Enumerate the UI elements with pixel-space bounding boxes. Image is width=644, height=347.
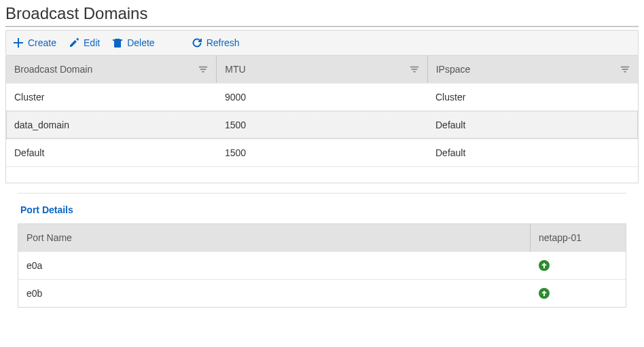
filter-icon[interactable] xyxy=(410,65,419,74)
col-header-label: netapp-01 xyxy=(539,232,582,243)
refresh-icon xyxy=(192,37,202,48)
plus-icon xyxy=(13,37,24,48)
port-row[interactable]: e0b xyxy=(18,279,626,307)
cell-node-status xyxy=(531,252,626,279)
refresh-label: Refresh xyxy=(207,37,240,48)
status-up-icon xyxy=(539,288,550,299)
cell-broadcast-domain: Default xyxy=(6,139,217,166)
broadcast-domains-table: Broadcast Domain MTU IPspace Cluster9000… xyxy=(5,56,639,183)
toolbar: Create Edit Delete Refresh xyxy=(5,30,639,56)
trash-icon xyxy=(112,37,123,48)
col-header-broadcast-domain[interactable]: Broadcast Domain xyxy=(6,56,217,83)
col-header-node[interactable]: netapp-01 xyxy=(531,224,626,251)
cell-ipspace: Default xyxy=(427,139,638,166)
cell-ipspace: Cluster xyxy=(427,84,638,111)
create-button[interactable]: Create xyxy=(13,37,56,48)
table-row[interactable]: Default1500Default xyxy=(6,139,638,166)
edit-label: Edit xyxy=(84,37,100,48)
cell-port-name: e0a xyxy=(18,252,531,279)
delete-button[interactable]: Delete xyxy=(112,37,154,48)
refresh-button[interactable]: Refresh xyxy=(192,37,240,48)
pencil-icon xyxy=(69,37,79,48)
cell-ipspace: Default xyxy=(427,111,638,139)
filter-icon[interactable] xyxy=(198,65,208,74)
col-header-port-name[interactable]: Port Name xyxy=(18,224,531,251)
col-header-label: Broadcast Domain xyxy=(14,64,92,75)
table-footer xyxy=(6,166,638,183)
page-title: Broadcast Domains xyxy=(5,0,639,27)
col-header-ipspace[interactable]: IPspace xyxy=(428,56,638,83)
cell-mtu: 1500 xyxy=(217,111,427,139)
table-header-row: Broadcast Domain MTU IPspace xyxy=(6,56,638,83)
port-row[interactable]: e0a xyxy=(18,251,626,279)
port-details-title: Port Details xyxy=(18,199,626,223)
cell-mtu: 9000 xyxy=(217,84,427,111)
cell-port-name: e0b xyxy=(18,280,531,307)
table-row[interactable]: data_domain1500Default xyxy=(6,111,638,139)
port-details-header-row: Port Name netapp-01 xyxy=(18,224,626,251)
col-header-label: IPspace xyxy=(436,64,471,75)
col-header-label: MTU xyxy=(225,64,245,75)
cell-mtu: 1500 xyxy=(217,139,427,166)
filter-icon[interactable] xyxy=(620,65,630,74)
status-up-icon xyxy=(539,260,550,271)
cell-broadcast-domain: Cluster xyxy=(6,84,217,111)
delete-label: Delete xyxy=(127,37,154,48)
table-row[interactable]: Cluster9000Cluster xyxy=(6,83,638,111)
edit-button[interactable]: Edit xyxy=(69,37,100,48)
port-details-panel: Port Details Port Name netapp-01 e0ae0b xyxy=(18,193,626,308)
create-label: Create xyxy=(28,37,56,48)
cell-broadcast-domain: data_domain xyxy=(6,111,217,139)
col-header-label: Port Name xyxy=(26,232,72,243)
port-details-table: Port Name netapp-01 e0ae0b xyxy=(18,223,626,308)
cell-node-status xyxy=(531,280,626,307)
col-header-mtu[interactable]: MTU xyxy=(217,56,427,83)
